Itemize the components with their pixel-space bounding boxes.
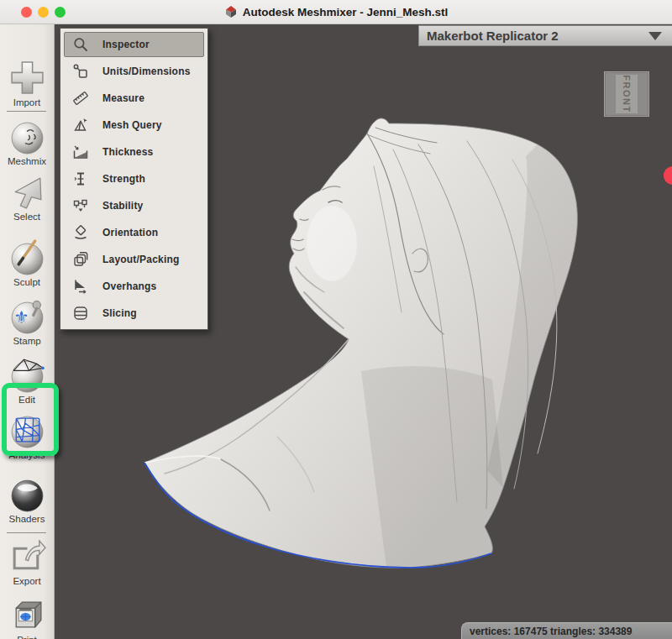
sidebar-item-meshmix[interactable]: Meshmix bbox=[0, 118, 54, 166]
close-button[interactable] bbox=[21, 7, 32, 18]
shaders-icon bbox=[8, 475, 46, 513]
menu-item-stability[interactable]: Stability bbox=[64, 193, 204, 218]
sculpt-icon bbox=[8, 238, 46, 276]
sidebar-item-stamp[interactable]: ⚜ Stamp bbox=[0, 297, 54, 346]
menu-item-label: Slicing bbox=[102, 307, 137, 319]
thickness-icon bbox=[72, 144, 89, 160]
sidebar-item-edit[interactable]: Edit bbox=[0, 356, 54, 405]
menu-item-layout-packing[interactable]: Layout/Packing bbox=[64, 247, 204, 272]
sidebar-item-print[interactable]: Print bbox=[0, 596, 54, 639]
menu-item-orientation[interactable]: Orientation bbox=[64, 220, 204, 245]
menu-item-label: Strength bbox=[102, 173, 145, 185]
menu-item-label: Orientation bbox=[102, 227, 158, 238]
meshmixer-app-icon bbox=[224, 5, 238, 18]
menu-item-inspector[interactable]: Inspector bbox=[64, 32, 204, 57]
menu-item-overhangs[interactable]: Overhangs bbox=[64, 274, 204, 299]
edit-icon bbox=[8, 356, 46, 394]
chevron-down-icon bbox=[648, 32, 662, 40]
sidebar-item-label: Sculpt bbox=[0, 277, 54, 287]
sidebar-item-label: Edit bbox=[0, 395, 54, 405]
analysis-icon bbox=[8, 411, 46, 449]
window-controls bbox=[21, 7, 66, 18]
export-icon bbox=[8, 537, 46, 575]
minimize-button[interactable] bbox=[38, 7, 49, 18]
analysis-menu: Inspector Units/Dimensions Measure Mesh … bbox=[60, 28, 208, 330]
printer-selector-label: Makerbot Replicator 2 bbox=[427, 29, 648, 43]
window-title-text: Autodesk Meshmixer - Jenni_Mesh.stl bbox=[243, 6, 449, 18]
menu-item-strength[interactable]: Strength bbox=[64, 166, 204, 191]
measure-icon bbox=[72, 90, 89, 107]
layout-packing-icon bbox=[72, 251, 89, 268]
sidebar-item-shaders[interactable]: Shaders bbox=[0, 475, 54, 524]
overhangs-icon bbox=[72, 278, 89, 295]
stability-icon bbox=[72, 197, 89, 214]
menu-item-label: Layout/Packing bbox=[102, 254, 180, 265]
menu-item-slicing[interactable]: Slicing bbox=[64, 301, 204, 326]
search-icon bbox=[72, 36, 89, 53]
status-bar: vertices: 167475 triangles: 334389 bbox=[461, 622, 672, 639]
menu-item-measure[interactable]: Measure bbox=[64, 86, 204, 111]
menu-item-mesh-query[interactable]: Mesh Query bbox=[64, 113, 204, 138]
menu-item-label: Mesh Query bbox=[102, 119, 162, 131]
menu-item-label: Units/Dimensions bbox=[102, 65, 191, 77]
import-icon bbox=[8, 59, 46, 97]
sidebar-divider bbox=[7, 111, 46, 112]
title-bar: Autodesk Meshmixer - Jenni_Mesh.stl bbox=[0, 0, 672, 24]
printer-selector[interactable]: Makerbot Replicator 2 bbox=[418, 25, 672, 46]
sidebar-divider bbox=[7, 532, 46, 533]
view-cube-label: FRONT bbox=[622, 75, 632, 113]
zoom-button[interactable] bbox=[55, 7, 66, 18]
select-icon bbox=[8, 173, 46, 211]
mesh-stats-text: vertices: 167475 triangles: 334389 bbox=[470, 626, 632, 637]
slicing-icon bbox=[72, 305, 89, 322]
sidebar-item-analysis[interactable]: Analysis bbox=[0, 411, 54, 460]
menu-item-label: Stability bbox=[102, 200, 143, 212]
orientation-icon bbox=[72, 224, 89, 241]
view-cube-front-face[interactable]: FRONT bbox=[604, 71, 649, 117]
sidebar-item-label: Stamp bbox=[0, 336, 54, 346]
sidebar-item-label: Meshmix bbox=[0, 156, 54, 166]
sidebar-item-label: Select bbox=[0, 212, 54, 222]
sidebar-item-label: Shaders bbox=[0, 514, 54, 524]
mesh-query-icon bbox=[72, 117, 89, 134]
svg-text:⚜: ⚜ bbox=[13, 307, 29, 327]
sidebar-item-select[interactable]: Select bbox=[0, 173, 54, 222]
sidebar: Import Meshmix Select Sculpt ⚜ Stamp Edi… bbox=[0, 24, 55, 639]
view-cube-face: FRONT bbox=[616, 75, 638, 113]
sidebar-item-label: Import bbox=[0, 97, 54, 107]
stamp-icon: ⚜ bbox=[8, 297, 46, 335]
print-icon bbox=[8, 596, 46, 634]
meshmix-icon bbox=[8, 118, 46, 155]
menu-item-thickness[interactable]: Thickness bbox=[64, 139, 204, 165]
menu-item-units-dimensions[interactable]: Units/Dimensions bbox=[64, 59, 204, 84]
sidebar-item-label: Analysis bbox=[0, 450, 54, 460]
menu-item-label: Overhangs bbox=[102, 280, 157, 292]
menu-item-label: Inspector bbox=[102, 39, 150, 50]
sidebar-item-label: Print bbox=[0, 635, 54, 639]
sidebar-item-sculpt[interactable]: Sculpt bbox=[0, 238, 54, 287]
menu-item-label: Measure bbox=[102, 92, 144, 104]
menu-item-label: Thickness bbox=[102, 146, 154, 158]
units-dimensions-icon bbox=[72, 63, 89, 80]
sidebar-item-export[interactable]: Export bbox=[0, 537, 54, 586]
window-title: Autodesk Meshmixer - Jenni_Mesh.stl bbox=[224, 5, 449, 18]
sidebar-item-import[interactable]: Import bbox=[0, 59, 54, 107]
strength-icon bbox=[72, 170, 89, 187]
sidebar-item-label: Export bbox=[0, 576, 54, 586]
